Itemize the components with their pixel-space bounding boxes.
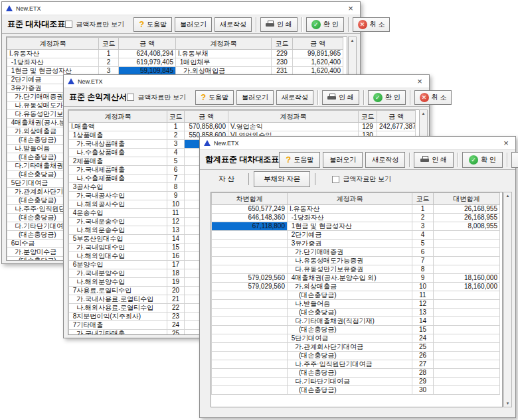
scroll-up-icon[interactable]: ▲ bbox=[422, 111, 426, 116]
cell[interactable]: 나.해외임대수입 bbox=[69, 252, 167, 261]
cell[interactable]: 가.관계회사단기대여금 bbox=[288, 343, 412, 352]
cell[interactable] bbox=[434, 352, 500, 360]
cell[interactable]: 2단기예금 bbox=[288, 231, 412, 240]
cell[interactable]: 나.유동성매도가능증권 bbox=[288, 257, 412, 265]
cell[interactable]: 67,118,800 bbox=[212, 222, 288, 231]
cell[interactable]: (대손충당금) bbox=[288, 352, 412, 360]
cell[interactable]: 8,008,955 bbox=[434, 222, 500, 231]
cell[interactable] bbox=[434, 248, 500, 257]
scroll-up-icon[interactable]: ▲ bbox=[506, 193, 510, 198]
cell[interactable] bbox=[212, 378, 288, 386]
cell[interactable]: 2 bbox=[167, 131, 185, 140]
cell[interactable]: 4운송수입 bbox=[69, 209, 167, 218]
help-button[interactable]: ? 도움말 bbox=[133, 17, 172, 32]
cell[interactable] bbox=[212, 309, 288, 317]
cell[interactable]: 가.국내상품매출 bbox=[69, 140, 167, 149]
amounts-only-checkbox[interactable]: 금액자료만 보기 bbox=[332, 175, 391, 184]
cell[interactable]: 25 bbox=[167, 330, 185, 336]
load-button[interactable]: 불러오기 bbox=[175, 17, 212, 32]
cell[interactable]: 1매입채무 bbox=[176, 58, 272, 67]
cell[interactable] bbox=[212, 291, 288, 300]
cell[interactable]: 23 bbox=[167, 313, 185, 321]
cell[interactable]: 3 bbox=[412, 222, 434, 231]
cell[interactable]: 9 bbox=[412, 274, 434, 283]
cell[interactable]: 5 bbox=[412, 240, 434, 248]
cell[interactable]: 나.해외운송수입 bbox=[69, 226, 167, 235]
cell[interactable]: (대손충당금) bbox=[288, 309, 412, 317]
cell[interactable]: I.매출액 bbox=[69, 123, 167, 131]
cell[interactable]: 10 bbox=[167, 200, 185, 209]
cell[interactable]: 229 bbox=[272, 50, 293, 58]
cell[interactable]: 가.국내사용료.로열티수입 bbox=[69, 295, 167, 304]
cell[interactable]: (대손충당금) bbox=[288, 386, 412, 395]
cell[interactable]: 624,408,294 bbox=[119, 50, 176, 58]
print-button[interactable]: 인 쇄 bbox=[414, 152, 454, 168]
cell[interactable]: 3 bbox=[167, 140, 185, 149]
amounts-only-checkbox[interactable]: 금액자료만 보기 bbox=[65, 20, 124, 29]
cell[interactable]: 242,677,387 bbox=[377, 123, 416, 131]
cell[interactable]: 나.수출상품매출 bbox=[69, 149, 167, 157]
cell[interactable] bbox=[434, 343, 500, 352]
cancel-button[interactable]: ✕ 취 소 bbox=[511, 152, 518, 168]
cell[interactable]: 1현금 및 현금성자산 bbox=[288, 222, 412, 231]
cell[interactable] bbox=[434, 386, 500, 395]
vertical-scrollbar[interactable]: ▲ ▼ bbox=[503, 192, 512, 407]
cell[interactable]: 3공사수입 bbox=[69, 183, 167, 192]
cell[interactable]: 24 bbox=[412, 334, 434, 343]
cell[interactable]: 26,168,955 bbox=[434, 205, 500, 214]
cell[interactable]: I.유동자산 bbox=[7, 50, 99, 58]
cell[interactable] bbox=[212, 240, 288, 248]
checkbox-box-icon[interactable] bbox=[127, 94, 134, 101]
cell[interactable]: 22 bbox=[167, 304, 185, 313]
cell[interactable]: 579,029,560 bbox=[212, 283, 288, 291]
cell[interactable]: 29 bbox=[412, 378, 434, 386]
cell[interactable]: 129 bbox=[359, 123, 377, 131]
cell[interactable]: 21 bbox=[167, 295, 185, 304]
titlebar[interactable]: New.ETX × bbox=[200, 137, 515, 150]
close-icon[interactable]: × bbox=[414, 76, 425, 87]
cell[interactable] bbox=[434, 334, 500, 343]
scroll-down-icon[interactable]: ▼ bbox=[506, 401, 510, 406]
cell[interactable]: 99,891,965 bbox=[293, 50, 343, 58]
new-button[interactable]: 새로작성 bbox=[365, 152, 405, 168]
new-button[interactable]: 새로작성 bbox=[215, 17, 252, 32]
tab-assets[interactable]: 자 산 bbox=[209, 172, 244, 186]
cell[interactable]: 9 bbox=[167, 192, 185, 200]
cell[interactable]: 14 bbox=[412, 317, 434, 326]
cell[interactable] bbox=[212, 343, 288, 352]
cell[interactable] bbox=[434, 326, 500, 334]
cell[interactable]: 26,168,955 bbox=[434, 214, 500, 222]
checkbox-box-icon[interactable] bbox=[65, 21, 72, 28]
cell[interactable]: 가.국내분양수입 bbox=[69, 269, 167, 278]
cell[interactable]: 19 bbox=[167, 278, 185, 287]
cell[interactable]: 6 bbox=[412, 248, 434, 257]
cell[interactable]: 8지분법이익(지주회사) bbox=[69, 313, 167, 321]
cell[interactable]: 1 bbox=[99, 50, 119, 58]
cell[interactable]: (대손충당금) bbox=[288, 369, 412, 378]
scroll-up-icon[interactable]: ▲ bbox=[351, 38, 355, 43]
cell[interactable] bbox=[212, 231, 288, 240]
print-button[interactable]: 인 쇄 bbox=[322, 90, 359, 105]
cell[interactable] bbox=[434, 360, 500, 369]
cell[interactable]: 4 bbox=[412, 231, 434, 240]
cell[interactable]: 가.외상매출금 bbox=[288, 283, 412, 291]
cell[interactable]: 18,160,000 bbox=[434, 274, 500, 283]
cell[interactable]: 다.기타단기대여금 bbox=[288, 378, 412, 386]
cell[interactable]: 579,029,560 bbox=[212, 274, 288, 283]
confirm-button[interactable]: ✓ 확 인 bbox=[462, 152, 503, 168]
cell[interactable]: 7기타매출 bbox=[69, 321, 167, 330]
cell[interactable]: 11 bbox=[412, 291, 434, 300]
cell[interactable]: 18 bbox=[167, 269, 185, 278]
cell[interactable]: 3유가증권 bbox=[288, 240, 412, 248]
cell[interactable] bbox=[212, 317, 288, 326]
cell[interactable] bbox=[434, 378, 500, 386]
cell[interactable]: 12 bbox=[412, 300, 434, 309]
close-icon[interactable]: × bbox=[345, 3, 356, 14]
cell[interactable]: (대손충당금) bbox=[288, 326, 412, 334]
cell[interactable] bbox=[434, 369, 500, 378]
cell[interactable] bbox=[434, 257, 500, 265]
cell[interactable]: 650,577,249 bbox=[212, 205, 288, 214]
cell[interactable]: 7 bbox=[167, 175, 185, 183]
cell[interactable]: 8 bbox=[167, 183, 185, 192]
cell[interactable]: 15 bbox=[167, 244, 185, 252]
